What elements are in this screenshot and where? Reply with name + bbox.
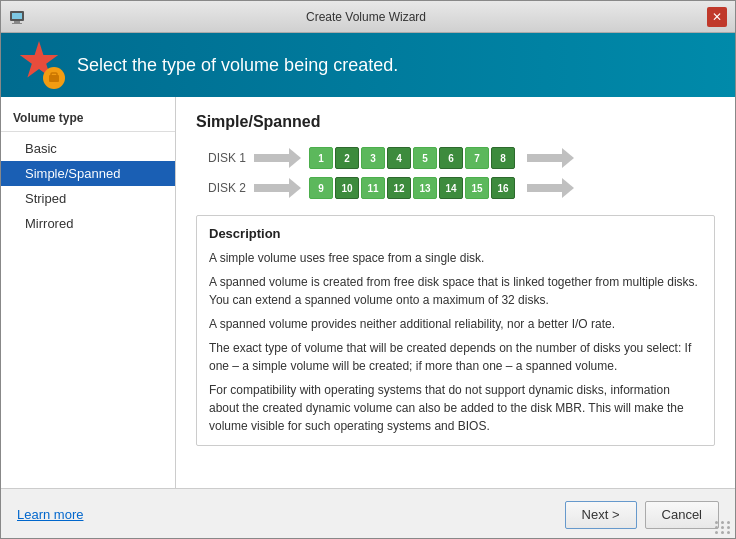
disk-visualization: DISK 1 12345678 DISK 2 [196,147,715,199]
disk2-block-13: 13 [413,177,437,199]
disk2-label: DISK 2 [196,181,246,195]
disk1-block-1: 1 [309,147,333,169]
title-bar: Create Volume Wizard ✕ [1,1,735,33]
window-title: Create Volume Wizard [25,10,707,24]
description-para-1: A spanned volume is created from free di… [209,273,702,309]
disk1-block-5: 5 [413,147,437,169]
disk2-row: DISK 2 910111213141516 [196,177,574,199]
disk1-block-6: 6 [439,147,463,169]
volume-type-label: Volume type [1,105,175,132]
footer: Learn more Next > Cancel [1,488,735,539]
description-text: A simple volume uses free space from a s… [209,249,702,435]
description-para-4: For compatibility with operating systems… [209,381,702,435]
disk2-block-10: 10 [335,177,359,199]
sidebar-item-basic[interactable]: Basic [1,136,175,161]
header-icon [17,41,65,89]
volume-type-title: Simple/Spanned [196,113,715,131]
description-para-3: The exact type of volume that will be cr… [209,339,702,375]
left-panel: Volume type Basic Simple/Spanned Striped… [1,97,176,488]
next-button[interactable]: Next > [565,501,637,529]
footer-buttons: Next > Cancel [565,501,719,529]
disk1-blocks: 12345678 [309,147,515,169]
disk1-block-7: 7 [465,147,489,169]
arrow-right-1 [527,148,574,168]
disk2-blocks: 910111213141516 [309,177,515,199]
disk2-block-14: 14 [439,177,463,199]
sidebar-item-striped[interactable]: Striped [1,186,175,211]
badge-icon [43,67,65,89]
learn-more-link[interactable]: Learn more [17,507,83,522]
svg-rect-1 [12,13,22,19]
resize-grip [715,521,731,534]
description-box: Description A simple volume uses free sp… [196,215,715,446]
disk1-block-8: 8 [491,147,515,169]
cancel-button[interactable]: Cancel [645,501,719,529]
disk1-block-3: 3 [361,147,385,169]
disk2-block-11: 11 [361,177,385,199]
header-banner: Select the type of volume being created. [1,33,735,97]
disk2-block-16: 16 [491,177,515,199]
description-para-2: A spanned volume provides neither additi… [209,315,702,333]
description-para-0: A simple volume uses free space from a s… [209,249,702,267]
sidebar-item-simple-spanned[interactable]: Simple/Spanned [1,161,175,186]
disk2-block-12: 12 [387,177,411,199]
disk1-block-2: 2 [335,147,359,169]
right-panel: Simple/Spanned DISK 1 12345678 [176,97,735,488]
sidebar-item-mirrored[interactable]: Mirrored [1,211,175,236]
disk1-row: DISK 1 12345678 [196,147,574,169]
disk2-block-15: 15 [465,177,489,199]
svg-rect-3 [12,23,22,24]
window-icon [9,9,25,25]
arrow-left-1 [254,148,301,168]
close-button[interactable]: ✕ [707,7,727,27]
description-title: Description [209,226,702,241]
arrow-right-2 [527,178,574,198]
arrow-left-2 [254,178,301,198]
window: Create Volume Wizard ✕ Select the type o… [0,0,736,539]
svg-rect-2 [14,21,20,23]
main-content: Volume type Basic Simple/Spanned Striped… [1,97,735,488]
disk1-block-4: 4 [387,147,411,169]
header-text: Select the type of volume being created. [77,55,398,76]
disk1-label: DISK 1 [196,151,246,165]
disk2-block-9: 9 [309,177,333,199]
